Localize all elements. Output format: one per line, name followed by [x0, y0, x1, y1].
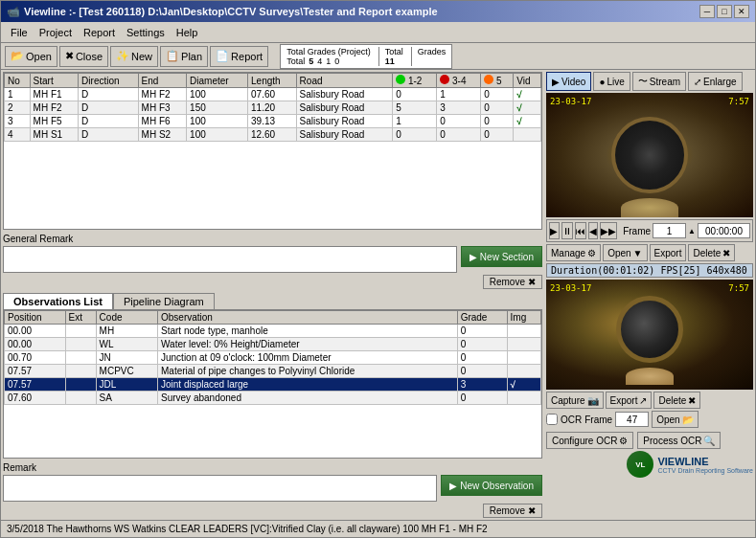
plan-button[interactable]: 📋 Plan [160, 46, 208, 67]
table-row[interactable]: 1 MH F1 D MH F2 100 07.60 Salisbury Road… [5, 88, 541, 101]
tab-video[interactable]: ▶ Video [546, 72, 591, 91]
title-bar: 📹 Viewline :- [Test 260118) D:\Jan\Deskt… [1, 1, 755, 22]
open-video-icon: ▼ [633, 248, 643, 258]
obs-col-img: Img [507, 311, 540, 325]
tab-observations-list[interactable]: Observations List [3, 293, 113, 309]
playback-controls: ▶ ⏸ ⏮ ◀ ▶▶ Frame ▲ [546, 219, 753, 242]
list-item[interactable]: 07.57 MCPVC Material of pipe changes to … [5, 365, 541, 378]
col-direction: Direction [79, 74, 138, 88]
ocr-checkbox[interactable] [546, 414, 558, 425]
app-icon: 📹 [7, 6, 20, 18]
menu-report[interactable]: Report [78, 25, 121, 40]
export-button[interactable]: Export [650, 244, 687, 261]
remark2-input[interactable] [3, 475, 437, 502]
col-end: End [138, 74, 187, 88]
video-timestamp-1: 23-03-17 [550, 97, 591, 106]
ocr-bar: OCR Frame Open 📂 [546, 411, 753, 428]
remove-section-button[interactable]: Remove ✖ [483, 275, 542, 289]
play-button[interactable]: ▶ [549, 222, 560, 239]
frame-input[interactable] [653, 223, 686, 238]
close-button-toolbar[interactable]: ✖ Close [59, 46, 108, 67]
table-row[interactable]: 2 MH F2 D MH F3 150 11.20 Salisbury Road… [5, 101, 541, 115]
new-section-button[interactable]: ▶ New Section [461, 246, 542, 267]
close-button[interactable]: ✕ [734, 5, 749, 18]
remove-section-icon: ✖ [528, 277, 536, 287]
time-input[interactable] [698, 223, 750, 238]
status-text: 3/5/2018 The Hawthorns WS Watkins CLEAR … [7, 524, 488, 534]
col-5: 5 [481, 74, 514, 88]
step-back-button[interactable]: ◀ [588, 222, 599, 239]
configure-ocr-button[interactable]: Configure OCR ⚙ [546, 432, 633, 449]
new-icon: ✨ [116, 50, 129, 62]
delete2-icon: ✖ [688, 395, 696, 406]
remove-obs-icon: ✖ [528, 505, 536, 516]
frame-label: Frame [623, 226, 651, 236]
survey-table: No Start Direction End Diameter Length R… [4, 73, 541, 142]
maximize-button[interactable]: □ [717, 5, 732, 18]
table-row[interactable]: 3 MH F5 D MH F6 100 39.13 Salisbury Road… [5, 115, 541, 128]
menu-file[interactable]: File [5, 25, 34, 40]
table-row[interactable]: 4 MH S1 D MH S2 100 12.60 Salisbury Road… [5, 128, 541, 142]
export-icon: ↗ [639, 395, 647, 406]
obs-col-ext: Ext [65, 311, 96, 325]
pipe-debris-2 [626, 368, 674, 385]
plan-icon: 📋 [166, 50, 179, 62]
status-bar: 3/5/2018 The Hawthorns WS Watkins CLEAR … [1, 520, 755, 537]
close-icon: ✖ [65, 50, 74, 62]
col-vid: Vid [514, 74, 541, 88]
tab-pipeline-diagram[interactable]: Pipeline Diagram [113, 293, 215, 309]
capture-button[interactable]: Capture 📷 [546, 392, 604, 409]
remark2-section: Remark ▶ New Observation Remove ✖ [3, 462, 542, 518]
obs-col-position: Position [5, 311, 66, 325]
list-item[interactable]: 00.70 JN Junction at 09 o'clock: 100mm D… [5, 351, 541, 365]
process-ocr-button[interactable]: Process OCR 🔍 [637, 432, 721, 449]
open-button[interactable]: 📂 Open [5, 46, 57, 67]
menu-project[interactable]: Project [34, 25, 78, 40]
tab-enlarge[interactable]: ⤢ Enlarge [688, 72, 742, 91]
col-12: 1-2 [393, 74, 437, 88]
list-item[interactable]: 00.00 WL Water level: 0% Height/Diameter… [5, 338, 541, 351]
logo-text: VIEWLINE [657, 456, 753, 467]
frame-arrow-up[interactable]: ▲ [688, 227, 696, 235]
new-observation-button[interactable]: ▶ New Observation [441, 475, 542, 496]
open-video-button[interactable]: Open ▼ [603, 244, 647, 261]
delete-video-button[interactable]: Delete ✖ [688, 244, 735, 261]
report-button[interactable]: 📄 Report [210, 46, 268, 67]
export2-button[interactable]: Export ↗ [606, 392, 653, 409]
general-remark-input[interactable] [3, 246, 457, 273]
grades-label: Grades [418, 47, 447, 56]
stream-icon: 〜 [638, 75, 648, 88]
open2-button[interactable]: Open 📂 [652, 411, 698, 428]
dot-orange-icon [484, 75, 493, 84]
menu-settings[interactable]: Settings [121, 25, 171, 40]
pause-button[interactable]: ⏸ [561, 222, 573, 239]
survey-table-container: No Start Direction End Diameter Length R… [3, 72, 542, 230]
config-ocr-icon: ⚙ [619, 436, 628, 446]
list-item[interactable]: 00.00 MH Start node type, manhole 0 [5, 325, 541, 338]
pipe-image-2 [546, 280, 753, 390]
process-ocr-icon: 🔍 [703, 436, 715, 446]
col-34: 3-4 [437, 74, 481, 88]
list-item[interactable]: 07.57 JDL Joint displaced large 3 √ [5, 378, 541, 392]
minimize-button[interactable]: ─ [699, 5, 715, 18]
right-panel: ▶ Video ● Live 〜 Stream ⤢ Enlarge [544, 70, 755, 520]
remove-obs-button[interactable]: Remove ✖ [483, 504, 542, 518]
rewind-button[interactable]: ⏮ [575, 222, 586, 239]
ocr-frame-input[interactable] [615, 412, 649, 427]
manage-icon: ⚙ [587, 248, 596, 258]
duration-bar: Duration(00:01:02) FPS[25] 640x480 [546, 263, 753, 278]
list-item[interactable]: 07.60 SA Survey abandoned 0 [5, 392, 541, 405]
obs-col-observation: Observation [158, 311, 458, 325]
pipe-hole-2 [616, 296, 683, 363]
delete2-button[interactable]: Delete ✖ [653, 392, 700, 409]
tab-stream[interactable]: 〜 Stream [632, 72, 686, 91]
open-icon: 📂 [11, 50, 24, 62]
video-timestamp-2: 23-03-17 [550, 283, 591, 293]
new-button[interactable]: ✨ New [110, 46, 158, 67]
capture-icon: 📷 [587, 395, 599, 406]
grades-header: Total Grades (Project) [286, 47, 371, 56]
tab-live[interactable]: ● Live [593, 72, 630, 91]
manage-button[interactable]: Manage ⚙ [546, 244, 601, 261]
menu-help[interactable]: Help [171, 25, 204, 40]
step-forward-button[interactable]: ▶▶ [600, 222, 617, 239]
